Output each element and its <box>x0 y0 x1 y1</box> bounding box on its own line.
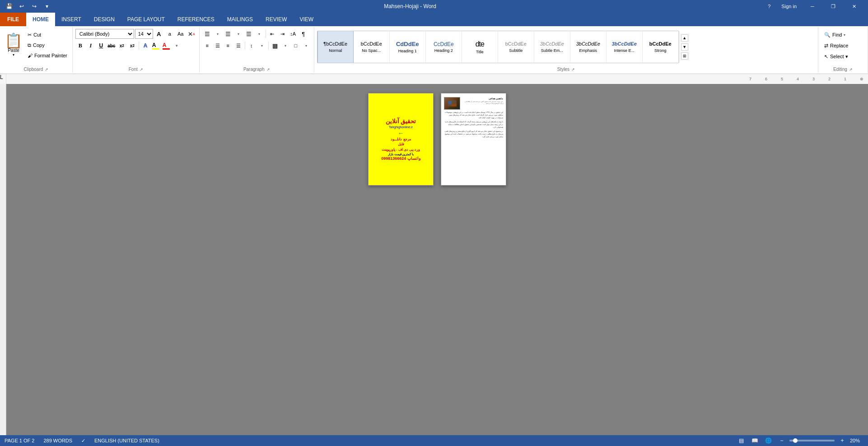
bullets-btn[interactable]: ☰ <box>202 29 212 39</box>
styles-scroll-up[interactable]: ▲ <box>681 34 688 42</box>
font-name-select[interactable]: Calibri (Body) <box>75 29 134 39</box>
tab-page-layout[interactable]: PAGE LAYOUT <box>121 13 171 26</box>
numbering-dd[interactable]: ▾ <box>233 29 243 39</box>
paragraph-group: ☰ ▾ ☰ ▾ ☰ ▾ ⇤ ⇥ ↕A ¶ ≡ ☰ ≡ ☰ ↕ ▾ <box>200 27 314 73</box>
increase-indent-btn[interactable]: ⇥ <box>278 29 288 39</box>
shading-dd[interactable]: ▾ <box>280 41 290 51</box>
help-button[interactable]: ? <box>768 4 770 9</box>
tab-references[interactable]: REFERENCES <box>171 13 221 26</box>
style-h1-preview: CdDdEe <box>396 41 419 48</box>
line-spacing-dd[interactable]: ▾ <box>257 41 267 51</box>
style-intense-em[interactable]: 3bCcDdEe Intense E... <box>607 31 643 63</box>
font-color-btn[interactable]: A <box>161 41 171 51</box>
clipboard-expand-icon[interactable]: ↗ <box>45 67 48 72</box>
borders-dd[interactable]: ▾ <box>301 41 311 51</box>
document-canvas[interactable]: تحقیق آنلاین Tahghighonline.ir ← مرجع دا… <box>6 84 868 435</box>
bold-button[interactable]: B <box>75 41 85 51</box>
multilevel-btn[interactable]: ☰ <box>244 29 254 39</box>
bullets-dd[interactable]: ▾ <box>213 29 223 39</box>
grow-font-btn[interactable]: A <box>154 29 164 39</box>
copy-button[interactable]: ⧉ Copy <box>25 40 70 50</box>
ruler: 7 6 5 4 3 2 1 ⊗ <box>6 74 868 84</box>
restore-button[interactable]: ❐ <box>823 0 844 13</box>
font-color-dropdown[interactable]: ▾ <box>172 41 182 51</box>
editing-expand-icon[interactable]: ↗ <box>849 67 853 72</box>
tab-home[interactable]: HOME <box>26 13 55 26</box>
format-painter-button[interactable]: 🖌 Format Painter <box>25 51 70 60</box>
tab-insert[interactable]: INSERT <box>55 13 88 26</box>
paste-button[interactable]: 📋 Paste ▾ <box>3 29 24 61</box>
zoom-in-btn[interactable]: + <box>837 437 847 445</box>
borders-btn[interactable]: □ <box>291 41 301 51</box>
read-mode-btn[interactable]: 📖 <box>750 437 760 445</box>
style-title[interactable]: dte Title <box>462 31 498 63</box>
style-normal[interactable]: ¶bCcDdEe Normal <box>317 31 354 63</box>
shading-btn[interactable]: ▩ <box>270 41 280 51</box>
print-layout-btn[interactable]: ▤ <box>736 437 746 445</box>
tab-design[interactable]: DESIGN <box>88 13 121 26</box>
tab-view[interactable]: VIEW <box>293 13 320 26</box>
find-button[interactable]: 🔍 Find ▾ <box>821 30 849 40</box>
subscript-button[interactable]: x2 <box>117 41 127 51</box>
customize-qa-btn[interactable]: ▾ <box>42 0 52 13</box>
sort-btn[interactable]: ↕A <box>288 29 298 39</box>
paste-dropdown-arrow[interactable]: ▾ <box>13 53 14 57</box>
signin-button[interactable]: Sign in <box>781 4 797 9</box>
zoom-area: − + 20% <box>777 437 863 445</box>
page-info: PAGE 1 OF 2 <box>5 438 34 443</box>
style-subtitle[interactable]: bCcDdEe Subtitle <box>498 31 534 63</box>
text-effects-btn[interactable]: A <box>140 41 150 51</box>
align-left-btn[interactable]: ≡ <box>202 41 212 51</box>
clear-format-btn[interactable]: ✕A <box>187 29 196 39</box>
styles-more-btn[interactable]: ⊞ <box>681 52 688 60</box>
minimize-button[interactable]: ─ <box>802 0 823 13</box>
save-quick-btn[interactable]: 💾 <box>4 0 14 13</box>
web-layout-btn[interactable]: 🌐 <box>763 437 773 445</box>
decrease-indent-btn[interactable]: ⇤ <box>267 29 277 39</box>
line-spacing-btn[interactable]: ↕ <box>247 41 257 51</box>
style-heading2[interactable]: CcDdEe Heading 2 <box>426 31 462 63</box>
undo-btn[interactable]: ↩ <box>16 0 27 13</box>
styles-scroll-down[interactable]: ▼ <box>681 43 688 51</box>
spellcheck-icon[interactable]: ✓ <box>81 438 85 444</box>
change-case-btn[interactable]: Aa <box>176 29 186 39</box>
center-btn[interactable]: ☰ <box>213 41 223 51</box>
style-no-spacing[interactable]: bCcDdEe No Spac... <box>354 31 390 63</box>
show-hide-btn[interactable]: ¶ <box>299 29 308 39</box>
highlight-color-btn[interactable]: A <box>151 41 161 51</box>
zoom-out-btn[interactable]: − <box>777 437 787 445</box>
zoom-slider[interactable] <box>789 440 835 441</box>
replace-button[interactable]: ⇄ Replace <box>821 41 851 51</box>
justify-btn[interactable]: ☰ <box>233 41 243 51</box>
styles-expand-icon[interactable]: ↗ <box>571 67 575 72</box>
page-2[interactable]: ماهسن هجاجی متن نمونه سند. این یک تحقیق … <box>441 93 506 186</box>
tab-mailings[interactable]: MAILINGS <box>221 13 259 26</box>
style-emphasis[interactable]: 3bCcDdEe Emphasis <box>570 31 607 63</box>
font-expand-icon[interactable]: ↗ <box>140 67 143 72</box>
numbering-btn[interactable]: ☰ <box>223 29 233 39</box>
close-button[interactable]: ✕ <box>844 0 864 13</box>
tab-file[interactable]: FILE <box>0 13 26 26</box>
select-button[interactable]: ↖ Select ▾ <box>821 51 851 61</box>
underline-button[interactable]: U <box>96 41 106 51</box>
language-info[interactable]: ENGLISH (UNITED STATES) <box>94 438 159 443</box>
font-size-select[interactable]: 14 <box>135 29 153 39</box>
page-1[interactable]: تحقیق آنلاین Tahghighonline.ir ← مرجع دا… <box>368 93 434 186</box>
style-subtle-em[interactable]: 3bCcDdEe Subtle Em... <box>534 31 570 63</box>
style-h2-label: Heading 2 <box>434 48 453 53</box>
align-right-btn[interactable]: ≡ <box>223 41 233 51</box>
style-heading1[interactable]: CdDdEe Heading 1 <box>390 31 426 63</box>
italic-button[interactable]: I <box>86 41 96 51</box>
cut-button[interactable]: ✂ Cut <box>25 30 70 40</box>
style-subtitle-preview: bCcDdEe <box>505 41 527 47</box>
para-expand-icon[interactable]: ↗ <box>266 67 270 72</box>
multilevel-dd[interactable]: ▾ <box>254 29 264 39</box>
format-painter-icon: 🖌 <box>28 53 33 58</box>
strikethrough-button[interactable]: abc <box>107 41 117 51</box>
redo-btn[interactable]: ↪ <box>29 0 40 13</box>
superscript-button[interactable]: x2 <box>127 41 137 51</box>
shrink-font-btn[interactable]: a <box>165 29 175 39</box>
style-strong[interactable]: bCcDdEe Strong <box>643 31 679 63</box>
tab-review[interactable]: REVIEW <box>259 13 293 26</box>
styles-scroll-controls: ▲ ▼ ⊞ <box>680 33 689 60</box>
